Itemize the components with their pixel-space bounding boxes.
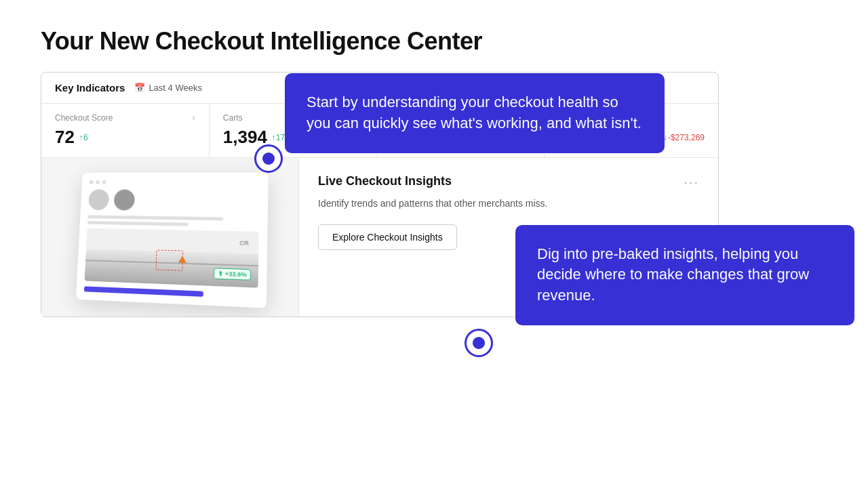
date-range-badge[interactable]: 📅 Last 4 Weeks: [134, 83, 202, 93]
more-options-button[interactable]: ···: [684, 174, 699, 190]
key-indicators-title: Key Indicators: [55, 82, 125, 94]
chevron-right-icon: ›: [193, 113, 195, 123]
insights-header: Live Checkout Insights ···: [318, 174, 699, 190]
indicator-circle-1: [254, 144, 283, 173]
metric-value-checkout-score: 72 ↑6: [55, 127, 195, 148]
explore-insights-button[interactable]: Explore Checkout Insights: [318, 224, 457, 250]
insights-description: Identify trends and patterns that other …: [318, 197, 699, 211]
indicator-circle-2: [465, 329, 493, 357]
tooltip-insights: Dig into pre-baked insights, helping you…: [515, 225, 854, 325]
metric-change-abandoned-revenue: ↓-$273,269: [663, 133, 705, 142]
calendar-icon: 📅: [134, 83, 145, 93]
insights-title: Live Checkout Insights: [318, 174, 452, 188]
indicator-circle-1-inner: [262, 152, 275, 165]
metric-label-checkout-score: Checkout Score ›: [55, 113, 195, 123]
metric-change-checkout-score: ↑6: [79, 133, 88, 142]
metric-cell-checkout-score[interactable]: Checkout Score › 72 ↑6: [41, 104, 210, 157]
insights-image-area: ⬆ +33.6% CR: [41, 158, 299, 317]
date-range-label: Last 4 Weeks: [149, 83, 202, 93]
page-title: Your New Checkout Intelligence Center: [41, 27, 827, 56]
indicator-circle-2-inner: [473, 337, 485, 349]
mockup-card: ⬆ +33.6% CR: [75, 173, 268, 308]
tooltip-checkout-health: Start by understanding your checkout hea…: [285, 73, 665, 153]
